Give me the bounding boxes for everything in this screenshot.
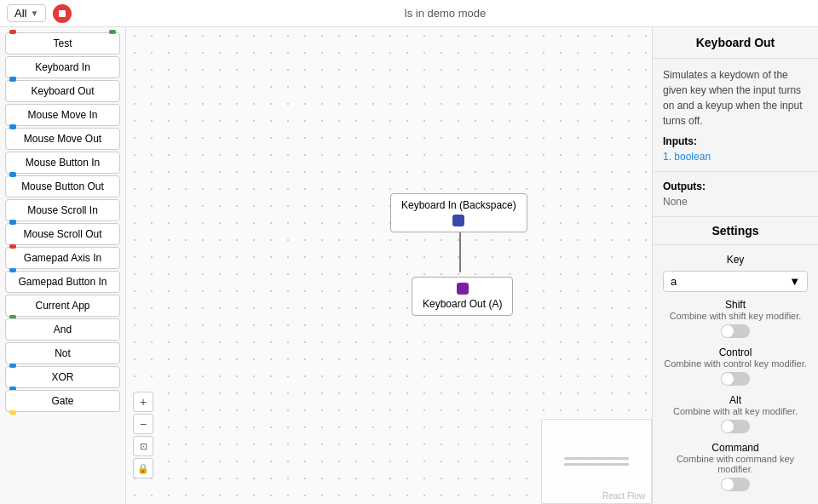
modifier-desc-control: Combine with control key modifier. (663, 358, 808, 369)
sidebar-label-gamepad-button-in: Gamepad Button In (18, 276, 107, 288)
keyboard-in-node-label: Keyboard In (Backspace) (401, 199, 516, 211)
sidebar-item-mouse-scroll-in[interactable]: Mouse Scroll In (5, 199, 120, 221)
sidebar-label-mouse-scroll-out: Mouse Scroll Out (23, 228, 101, 240)
sidebar-label-xor: XOR (51, 371, 73, 383)
keyboard-out-node[interactable]: Keyboard Out (A) (412, 277, 513, 316)
keyboard-in-output-connector[interactable] (452, 215, 464, 226)
modifier-desc-alt: Combine with alt key modifier. (663, 406, 808, 416)
sidebar-item-mouse-button-in[interactable]: Mouse Button In (5, 152, 120, 174)
sidebar-item-and[interactable]: And (5, 318, 120, 341)
sidebar-label-gate: Gate (51, 395, 73, 407)
key-dropdown-arrow-icon: ▼ (789, 275, 800, 288)
sidebar-item-not[interactable]: Not (5, 342, 120, 364)
blue-dot-top (9, 173, 16, 177)
sidebar-label-and: And (54, 324, 72, 335)
react-flow-label: React Flow (602, 491, 645, 501)
sidebar-label-gamepad-axis-in: Gamepad Axis In (24, 252, 101, 264)
minimap-bar-1 (564, 457, 630, 460)
sidebar-item-mouse-scroll-out[interactable]: Mouse Scroll Out (5, 223, 120, 245)
modifier-toggle-shift[interactable] (721, 324, 750, 338)
keyboard-in-node[interactable]: Keyboard In (Backspace) (390, 193, 527, 232)
modifier-toggle-alt[interactable] (721, 420, 750, 433)
sidebar-item-mouse-move-out[interactable]: Mouse Move Out (5, 128, 120, 150)
panel-description: Simulates a keydown of the given key whe… (663, 67, 808, 129)
description-section: Simulates a keydown of the given key whe… (653, 59, 818, 172)
inputs-label: Inputs: (663, 135, 808, 147)
sidebar-label-mouse-move-out: Mouse Move Out (24, 133, 101, 145)
canvas-area[interactable]: Keyboard In (Backspace) Keyboard Out (A)… (126, 27, 652, 504)
modifier-toggle-control[interactable] (721, 372, 750, 386)
sidebar-label-mouse-scroll-in: Mouse Scroll In (27, 204, 98, 216)
sidebar-item-xor[interactable]: XOR (5, 366, 120, 388)
dropdown-label: All (14, 7, 26, 20)
sidebar-item-keyboard-in[interactable]: Keyboard In (5, 56, 120, 78)
sidebar-label-mouse-button-in: Mouse Button In (26, 157, 100, 169)
sidebar-item-keyboard-out[interactable]: Keyboard Out (5, 80, 120, 102)
modifier-shift: ShiftCombine with shift key modifier. (663, 299, 808, 338)
sidebar-item-mouse-button-out[interactable]: Mouse Button Out (5, 175, 120, 198)
sidebar-item-mouse-move-in[interactable]: Mouse Move In (5, 104, 120, 126)
red-dot-top (9, 244, 16, 249)
page-title: Is in demo mode (78, 7, 811, 20)
outputs-section: Outputs: None (653, 172, 818, 217)
settings-section: Key a ▼ ShiftCombine with shift key modi… (653, 245, 818, 504)
inputs-value: 1. boolean (663, 151, 808, 163)
zoom-in-button[interactable]: + (133, 392, 153, 412)
main-layout: TestKeyboard InKeyboard OutMouse Move In… (0, 27, 818, 504)
sidebar-label-not: Not (55, 347, 71, 359)
blue-dot-top (9, 125, 16, 129)
outputs-value: None (663, 196, 808, 208)
panel-title: Keyboard Out (653, 27, 818, 59)
key-dropdown[interactable]: a ▼ (663, 271, 808, 292)
blue-dot-top (9, 268, 16, 272)
toggle-knob-control (722, 373, 734, 385)
keyboard-out-node-label: Keyboard Out (A) (423, 298, 502, 310)
all-dropdown[interactable]: All ▼ (7, 4, 46, 22)
modifier-desc-command: Combine with command key modifier. (663, 454, 808, 474)
blue-dot-top (9, 77, 16, 82)
modifier-name-alt: Alt (663, 394, 808, 406)
sidebar: TestKeyboard InKeyboard OutMouse Move In… (0, 27, 126, 504)
modifier-name-shift: Shift (663, 299, 808, 311)
yellow-dot-bottom (9, 410, 16, 415)
toggle-knob-command (722, 478, 734, 490)
lock-button[interactable]: 🔒 (133, 458, 153, 478)
sidebar-label-mouse-move-in: Mouse Move In (27, 109, 97, 121)
blue-dot-top (9, 220, 16, 225)
sidebar-item-gamepad-button-in[interactable]: Gamepad Button In (5, 271, 120, 293)
settings-title: Settings (653, 217, 818, 245)
modifier-name-control: Control (663, 346, 808, 358)
sidebar-label-test: Test (53, 37, 72, 49)
topbar: All ▼ Is in demo mode (0, 0, 818, 27)
red-dot-top (9, 30, 16, 34)
sidebar-item-test[interactable]: Test (5, 32, 120, 54)
minimap-bar-2 (564, 463, 630, 466)
sidebar-label-current-app: Current App (35, 300, 89, 312)
right-panel: Keyboard Out Simulates a keydown of the … (652, 27, 818, 504)
blue-dot-top (9, 364, 16, 368)
sidebar-item-current-app[interactable]: Current App (5, 295, 120, 317)
key-value: a (671, 275, 677, 288)
stop-button[interactable] (53, 4, 72, 23)
sidebar-item-gate[interactable]: Gate (5, 390, 120, 412)
sidebar-item-gamepad-axis-in[interactable]: Gamepad Axis In (5, 247, 120, 269)
sidebar-label-keyboard-in: Keyboard In (35, 61, 90, 73)
dropdown-arrow-icon: ▼ (30, 9, 38, 18)
modifier-command: CommandCombine with command key modifier… (663, 442, 808, 491)
modifier-toggle-command[interactable] (721, 478, 750, 491)
modifier-desc-shift: Combine with shift key modifier. (663, 311, 808, 321)
canvas-toolbar: + − ⊡ 🔒 (133, 392, 153, 478)
stop-icon (59, 10, 66, 17)
sidebar-label-keyboard-out: Keyboard Out (31, 85, 94, 97)
zoom-out-button[interactable]: − (133, 414, 153, 434)
fit-view-button[interactable]: ⊡ (133, 436, 153, 456)
keyboard-out-input-connector[interactable] (457, 283, 469, 295)
sidebar-label-mouse-button-out: Mouse Button Out (21, 180, 104, 192)
key-label: Key (663, 254, 808, 266)
modifier-alt: AltCombine with alt key modifier. (663, 394, 808, 433)
green-dot-top (109, 30, 116, 34)
modifier-control: ControlCombine with control key modifier… (663, 346, 808, 386)
toggle-knob-shift (722, 325, 734, 337)
toggle-knob-alt (722, 421, 734, 432)
modifier-name-command: Command (663, 442, 808, 454)
